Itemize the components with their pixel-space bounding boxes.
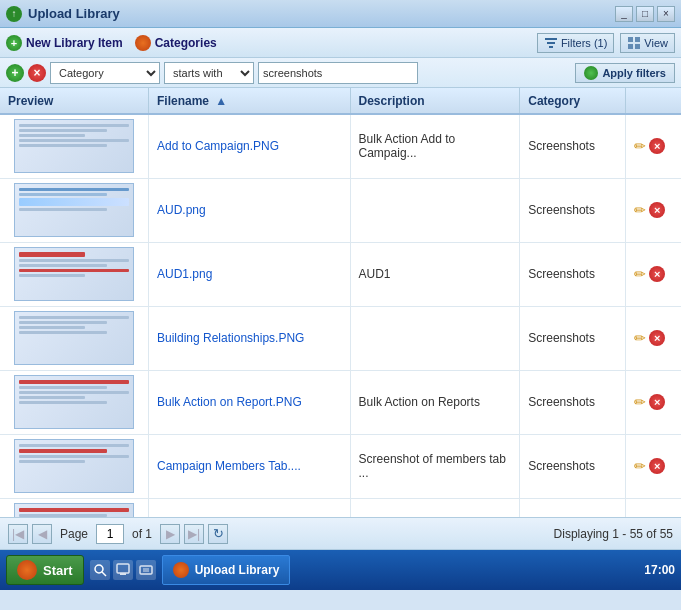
- delete-button[interactable]: ×: [649, 330, 665, 346]
- filename-cell[interactable]: CASE-24318(1).png: [149, 498, 351, 518]
- taskbar-app-button[interactable]: Upload Library: [162, 555, 291, 585]
- filename-cell[interactable]: AUD1.png: [149, 242, 351, 306]
- table-row: CASE-24318(1).png Screenshots ✏ ×: [0, 498, 681, 518]
- category-filter-select[interactable]: Category Filename Description: [50, 62, 160, 84]
- library-table: Preview Filename ▲ Description Category …: [0, 88, 681, 518]
- pagination-bar: |◀ ◀ Page of 1 ▶ ▶| ↻ Displaying 1 - 55 …: [0, 518, 681, 550]
- actions-cell: ✏ ×: [626, 498, 681, 518]
- row-actions: ✏ ×: [634, 138, 673, 154]
- table-row: Add to Campaign.PNG Bulk Action Add to C…: [0, 114, 681, 178]
- actions-column-header: [626, 88, 681, 114]
- category-cell: Screenshots: [520, 114, 626, 178]
- start-button[interactable]: Start: [6, 555, 84, 585]
- svg-line-8: [102, 572, 106, 576]
- actions-cell: ✏ ×: [626, 178, 681, 242]
- preview-thumbnail: [14, 311, 134, 365]
- first-page-button[interactable]: |◀: [8, 524, 28, 544]
- actions-cell: ✏ ×: [626, 306, 681, 370]
- minimize-button[interactable]: _: [615, 6, 633, 22]
- taskbar-icon-2[interactable]: [113, 560, 133, 580]
- filters-button[interactable]: Filters (1): [537, 33, 614, 53]
- row-actions: ✏ ×: [634, 330, 673, 346]
- filename-cell[interactable]: Building Relationships.PNG: [149, 306, 351, 370]
- delete-button[interactable]: ×: [649, 202, 665, 218]
- description-cell: [350, 178, 520, 242]
- table-row: AUD.png Screenshots ✏ ×: [0, 178, 681, 242]
- filename-cell[interactable]: AUD.png: [149, 178, 351, 242]
- preview-column-header: Preview: [0, 88, 149, 114]
- preview-cell: [0, 498, 149, 518]
- preview-cell: [0, 306, 149, 370]
- delete-button[interactable]: ×: [649, 394, 665, 410]
- delete-button[interactable]: ×: [649, 138, 665, 154]
- svg-rect-3: [628, 37, 633, 42]
- toolbar: + New Library Item Categories Filters (1…: [0, 28, 681, 58]
- search-taskbar-icon[interactable]: [90, 560, 110, 580]
- actions-cell: ✏ ×: [626, 370, 681, 434]
- row-actions: ✏ ×: [634, 202, 673, 218]
- toolbar-right: Filters (1) View: [537, 33, 675, 53]
- preview-thumbnail: [14, 503, 134, 518]
- table-row: Building Relationships.PNG Screenshots ✏…: [0, 306, 681, 370]
- category-cell: Screenshots: [520, 498, 626, 518]
- apply-filters-button[interactable]: Apply filters: [575, 63, 675, 83]
- edit-button[interactable]: ✏: [634, 330, 646, 346]
- table-header-row: Preview Filename ▲ Description Category: [0, 88, 681, 114]
- svg-rect-11: [140, 566, 152, 574]
- preview-cell: [0, 370, 149, 434]
- delete-button[interactable]: ×: [649, 458, 665, 474]
- edit-button[interactable]: ✏: [634, 458, 646, 474]
- description-cell: Screenshot of members tab ...: [350, 434, 520, 498]
- svg-rect-6: [635, 44, 640, 49]
- title-bar: ↑ Upload Library _ □ ×: [0, 0, 681, 28]
- actions-cell: ✏ ×: [626, 242, 681, 306]
- table-row: Bulk Action on Report.PNG Bulk Action on…: [0, 370, 681, 434]
- description-cell: Bulk Action on Reports: [350, 370, 520, 434]
- preview-thumbnail: [14, 183, 134, 237]
- page-label: Page: [60, 527, 88, 541]
- refresh-button[interactable]: ↻: [208, 524, 228, 544]
- category-cell: Screenshots: [520, 242, 626, 306]
- last-page-button[interactable]: ▶|: [184, 524, 204, 544]
- prev-page-button[interactable]: ◀: [32, 524, 52, 544]
- close-button[interactable]: ×: [657, 6, 675, 22]
- taskbar-time: 17:00: [644, 563, 675, 577]
- table-row: Campaign Members Tab.... Screenshot of m…: [0, 434, 681, 498]
- maximize-button[interactable]: □: [636, 6, 654, 22]
- filter-remove-button[interactable]: ×: [28, 64, 46, 82]
- condition-filter-select[interactable]: starts with contains equals: [164, 62, 254, 84]
- filename-cell[interactable]: Bulk Action on Report.PNG: [149, 370, 351, 434]
- edit-button[interactable]: ✏: [634, 138, 646, 154]
- filename-cell[interactable]: Add to Campaign.PNG: [149, 114, 351, 178]
- next-page-button[interactable]: ▶: [160, 524, 180, 544]
- edit-button[interactable]: ✏: [634, 202, 646, 218]
- row-actions: ✏ ×: [634, 266, 673, 282]
- filter-value-input[interactable]: [258, 62, 418, 84]
- category-cell: Screenshots: [520, 434, 626, 498]
- taskbar-app-label: Upload Library: [195, 563, 280, 577]
- row-actions: ✏ ×: [634, 394, 673, 410]
- edit-button[interactable]: ✏: [634, 394, 646, 410]
- filename-column-header[interactable]: Filename ▲: [149, 88, 351, 114]
- categories-button[interactable]: Categories: [135, 35, 217, 51]
- svg-rect-9: [117, 564, 129, 573]
- taskbar-icon-3[interactable]: [136, 560, 156, 580]
- preview-cell: [0, 114, 149, 178]
- view-button[interactable]: View: [620, 33, 675, 53]
- description-cell: [350, 498, 520, 518]
- window-controls[interactable]: _ □ ×: [615, 6, 675, 22]
- filter-add-button[interactable]: +: [6, 64, 24, 82]
- start-icon: [17, 560, 37, 580]
- view-label: View: [644, 37, 668, 49]
- categories-icon: [135, 35, 151, 51]
- delete-button[interactable]: ×: [649, 266, 665, 282]
- svg-rect-0: [545, 38, 557, 40]
- preview-cell: [0, 178, 149, 242]
- page-of-label: of 1: [132, 527, 152, 541]
- new-library-item-button[interactable]: + New Library Item: [6, 35, 123, 51]
- edit-button[interactable]: ✏: [634, 266, 646, 282]
- filename-cell[interactable]: Campaign Members Tab....: [149, 434, 351, 498]
- preview-cell: [0, 242, 149, 306]
- page-number-input[interactable]: [96, 524, 124, 544]
- actions-cell: ✏ ×: [626, 114, 681, 178]
